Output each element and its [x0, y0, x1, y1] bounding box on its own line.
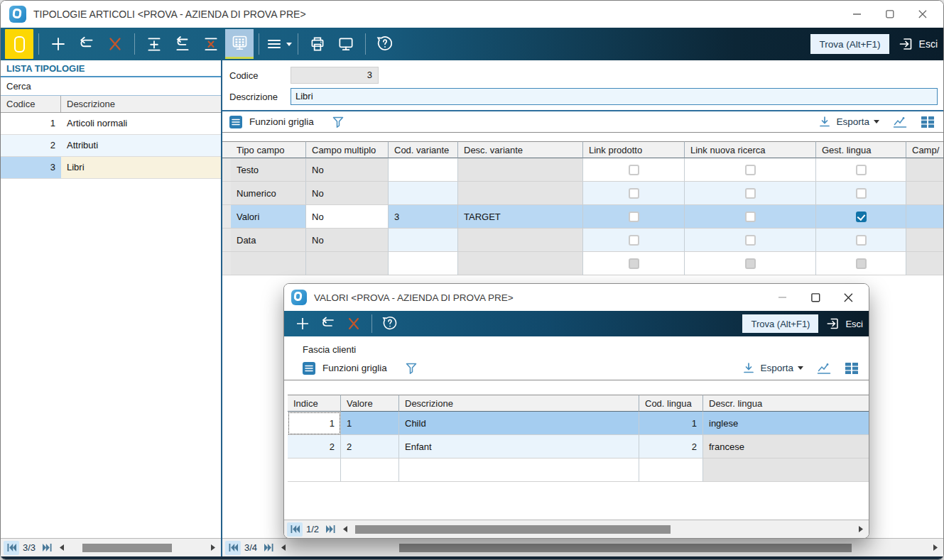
delete-button[interactable]	[341, 312, 367, 335]
cell-codice[interactable]: 1	[1, 113, 61, 134]
checkbox[interactable]	[856, 188, 867, 199]
cell-valore[interactable]: 2	[341, 435, 399, 459]
cell-indice[interactable]: 1	[288, 412, 341, 435]
chart-icon[interactable]	[892, 115, 908, 129]
cell-descrizione[interactable]: Enfant	[399, 435, 639, 459]
cell-cod-variante[interactable]	[389, 229, 458, 252]
column-header-descrizione[interactable]: Descrizione	[61, 96, 221, 112]
checkbox[interactable]	[745, 212, 756, 222]
row-add-button[interactable]	[140, 30, 168, 58]
cell-camp[interactable]	[906, 205, 943, 229]
print-button[interactable]	[303, 30, 332, 58]
trova-button[interactable]: Trova (Alt+F1)	[810, 34, 889, 54]
table-row-empty[interactable]	[288, 459, 869, 482]
checkbox[interactable]	[629, 235, 639, 246]
trova-button[interactable]: Trova (Alt+F1)	[742, 314, 818, 333]
cell-link-nuova-ricerca[interactable]	[685, 229, 816, 252]
cell-descrizione[interactable]: Attributi	[61, 135, 221, 156]
cell-tipo-campo[interactable]: Valori	[231, 205, 306, 229]
checkbox[interactable]	[856, 165, 867, 175]
chart-icon[interactable]	[816, 361, 832, 375]
filter-funnel-icon[interactable]	[404, 361, 418, 375]
help-button[interactable]	[377, 312, 403, 335]
screen-button[interactable]	[332, 30, 360, 58]
cell-link-prodotto[interactable]	[583, 205, 685, 229]
cell-link-prodotto[interactable]	[583, 182, 685, 205]
column-header[interactable]: Desc. variante	[458, 141, 583, 158]
grid-squares-icon[interactable]	[921, 116, 935, 128]
column-header[interactable]: Cod. variante	[389, 141, 458, 158]
column-header[interactable]: Gest. lingua	[816, 141, 906, 158]
scrollbar-thumb[interactable]	[355, 525, 671, 534]
column-header[interactable]: Link nuova ricerca	[685, 141, 816, 158]
cell-campo-multiplo[interactable]: No	[306, 205, 389, 229]
cell-campo-multiplo[interactable]: No	[306, 229, 389, 252]
descrizione-field[interactable]: Libri	[291, 88, 938, 105]
checkbox[interactable]	[629, 212, 639, 222]
table-row[interactable]: 2 2 Enfant 2 francese	[288, 435, 869, 459]
cell-link-nuova-ricerca[interactable]	[685, 182, 816, 205]
checkbox[interactable]	[629, 188, 639, 199]
dialog-minimize-button[interactable]	[766, 287, 799, 307]
undo-button[interactable]	[72, 30, 101, 58]
cell-indice[interactable]: 2	[288, 435, 341, 459]
column-header[interactable]: Valore	[341, 395, 399, 412]
column-header-codice[interactable]: Codice	[1, 96, 61, 112]
scroll-left-button[interactable]	[340, 522, 350, 537]
cell-link-nuova-ricerca[interactable]	[685, 158, 816, 182]
scroll-left-button[interactable]	[57, 541, 67, 555]
scroll-right-button[interactable]	[856, 522, 866, 537]
cell-cod-variante[interactable]	[389, 252, 458, 275]
checkbox[interactable]	[745, 188, 756, 199]
list-item[interactable]: 2 Attributi	[1, 135, 221, 157]
menu-button[interactable]	[264, 30, 293, 58]
column-header[interactable]: Descr. lingua	[703, 395, 869, 412]
horizontal-scrollbar[interactable]	[352, 525, 854, 534]
cell-desc-variante[interactable]	[458, 182, 583, 205]
list-item-selected[interactable]: 3 Libri	[1, 157, 221, 179]
column-header[interactable]: Campo multiplo	[306, 141, 389, 158]
list-item[interactable]: 1 Articoli normali	[1, 113, 221, 135]
cell-cod-variante[interactable]	[389, 182, 458, 205]
table-row[interactable]: Numerico No	[222, 182, 943, 205]
horizontal-scrollbar[interactable]	[69, 543, 206, 553]
pager-last-button[interactable]	[39, 541, 55, 555]
cell-descr-lingua[interactable]: francese	[703, 435, 869, 459]
app-menu-button[interactable]	[5, 29, 33, 59]
esporta-button[interactable]: Esporta	[742, 361, 803, 375]
cell-gest-lingua[interactable]	[816, 158, 906, 182]
funzioni-griglia-button[interactable]: Funzioni griglia	[249, 116, 314, 127]
row-undo-button[interactable]	[168, 30, 197, 58]
cell-tipo-campo[interactable]: Numerico	[231, 182, 306, 205]
table-row[interactable]: Testo No	[222, 158, 943, 182]
codice-field[interactable]: 3	[291, 67, 379, 84]
table-row-selected[interactable]: 1 1 Child 1 inglese	[288, 412, 869, 435]
grid-view-button[interactable]	[225, 29, 254, 59]
cell-camp[interactable]	[906, 158, 943, 182]
cell-tipo-campo[interactable]: Testo	[231, 158, 306, 182]
cell-descrizione[interactable]: Libri	[61, 157, 221, 178]
checkbox[interactable]	[856, 235, 867, 246]
cell-cod-lingua[interactable]: 2	[639, 435, 703, 459]
scroll-left-button[interactable]	[278, 541, 288, 555]
horizontal-scrollbar[interactable]	[291, 543, 928, 553]
checkbox[interactable]	[629, 165, 639, 175]
pager-first-button[interactable]	[287, 522, 303, 537]
cell-desc-variante[interactable]: TARGET	[458, 205, 583, 229]
checkbox[interactable]	[745, 235, 756, 246]
scroll-right-button[interactable]	[208, 541, 218, 555]
cell-camp[interactable]	[906, 229, 943, 252]
cell-codice[interactable]: 2	[1, 135, 61, 156]
dialog-maximize-button[interactable]	[799, 287, 832, 307]
pager-first-button[interactable]	[225, 541, 241, 555]
table-row-selected[interactable]: Valori No 3 TARGET	[222, 205, 943, 229]
cell-campo-multiplo[interactable]	[306, 252, 389, 275]
esci-button[interactable]: Esci	[898, 35, 938, 53]
add-button[interactable]	[44, 30, 72, 58]
cell-campo-multiplo[interactable]: No	[306, 158, 389, 182]
undo-button[interactable]	[315, 312, 341, 335]
cell-codice[interactable]: 3	[1, 157, 61, 178]
cell-camp[interactable]	[906, 182, 943, 205]
pager-last-button[interactable]	[322, 522, 338, 537]
cell-link-nuova-ricerca[interactable]	[685, 205, 816, 229]
